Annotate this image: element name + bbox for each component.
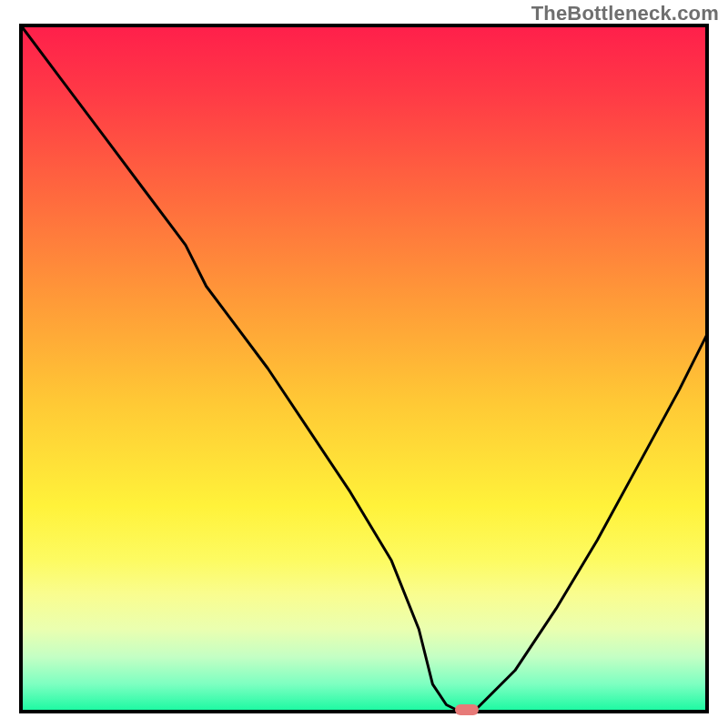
bottleneck-chart	[0, 0, 728, 728]
chart-background-gradient	[21, 25, 707, 712]
optimal-point-marker	[455, 704, 479, 715]
